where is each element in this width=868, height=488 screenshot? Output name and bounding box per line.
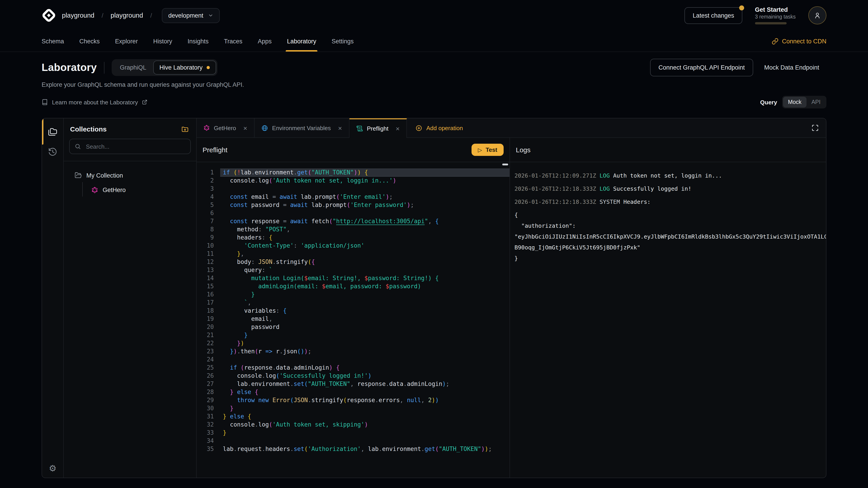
code-line[interactable]: 25 if (response.data.adminLogin) { [197,364,509,372]
code-line[interactable]: 32 console.log('Auth token set, skipping… [197,421,509,429]
code-line-content: lab.environment.set("AUTH_TOKEN", respon… [220,380,509,388]
code-line[interactable]: 17 `, [197,299,509,307]
mock-option[interactable]: Mock [783,97,807,107]
learn-more-link[interactable]: Learn more about the Laboratory [41,99,147,105]
connect-cdn-link[interactable]: Connect to CDN [772,31,827,52]
close-icon[interactable]: × [243,125,247,131]
history-rail-button[interactable] [45,144,60,159]
line-number: 12 [197,258,220,266]
code-line-content: if (!lab.environment.get("AUTH_TOKEN")) … [220,168,509,177]
nav-tab[interactable]: Explorer [110,31,143,52]
line-number: 17 [197,299,220,307]
code-line[interactable]: 18 variables: { [197,307,509,315]
settings-rail-button[interactable]: ⚙ [46,464,59,473]
code-line[interactable]: 16 } [197,291,509,299]
code-line[interactable]: 8 method: "POST", [197,225,509,234]
add-operation-label: Add operation [426,125,463,131]
code-line[interactable]: 11 }, [197,250,509,258]
top-header: playground / playground / development La… [0,0,868,31]
nav-tab[interactable]: Settings [326,31,359,52]
logs-title: Logs [516,146,530,154]
code-line[interactable]: 10 'Content-Type': 'application/json' [197,242,509,250]
fullscreen-button[interactable] [804,119,826,137]
hive-logo-icon[interactable] [41,8,56,23]
hive-laboratory-toggle-label: Hive Laboratory [159,64,203,71]
line-number: 34 [197,437,220,445]
code-line[interactable]: 30 } [197,404,509,413]
nav-tab[interactable]: Checks [74,31,105,52]
code-line[interactable]: 13 query: ` [197,266,509,274]
code-line[interactable]: 35 lab.request.headers.set('Authorizatio… [197,445,509,453]
scrollbar-thumb[interactable] [502,164,508,165]
globe-icon [261,125,268,131]
tab-preflight[interactable]: Preflight × [349,119,407,138]
nav-tab[interactable]: Schema [36,31,69,52]
code-line[interactable]: 7 const response = await fetch("http://l… [197,217,509,225]
new-collection-button[interactable] [181,125,188,133]
graphiql-toggle[interactable]: GraphiQL [113,61,153,74]
code-line[interactable]: 20 password [197,323,509,331]
page-subtitle: Explore your GraphQL schema and run quer… [41,81,827,88]
search-box[interactable] [69,139,191,154]
search-input[interactable] [85,142,185,150]
code-line[interactable]: 2 console.log('Auth token not set, loggi… [197,177,509,185]
code-line[interactable]: 12 body: JSON.stringify({ [197,258,509,266]
code-line[interactable]: 3 [197,185,509,193]
target-selector[interactable]: development [162,8,220,23]
breadcrumb-project[interactable]: playground [111,12,143,19]
gear-icon: ⚙ [49,464,57,473]
code-line[interactable]: 24 [197,356,509,364]
add-operation-button[interactable]: Add operation [407,119,471,137]
breadcrumb-org[interactable]: playground [62,12,94,19]
test-button[interactable]: ▷ Test [471,144,504,156]
log-line: "eyJhbGciOiJIUzI1NiIsInR5cCI6IkpXVCJ9.ey… [515,232,826,241]
code-line-content: const response = await fetch("http://loc… [220,217,509,225]
get-started-widget[interactable]: Get Started 3 remaining tasks [755,6,796,24]
latest-changes-button[interactable]: Latest changes [685,7,742,24]
code-line[interactable]: 31 } else { [197,413,509,421]
nav-tab[interactable]: Insights [182,31,214,52]
code-line[interactable]: 26 console.log('Successfully logged in!'… [197,372,509,380]
code-line[interactable]: 23 }).then(r => r.json()); [197,348,509,356]
nav-tab[interactable]: Laboratory [282,31,322,52]
code-line[interactable]: 6 [197,209,509,217]
code-line[interactable]: 34 [197,437,509,445]
nav-tab[interactable]: History [148,31,178,52]
close-icon[interactable]: × [396,125,400,132]
collections-rail-button[interactable] [45,124,60,139]
nav-tab[interactable]: Apps [252,31,277,52]
api-option[interactable]: API [807,97,826,107]
hive-laboratory-toggle[interactable]: Hive Laboratory [153,61,216,74]
tab-gethero[interactable]: GetHero × [197,119,254,137]
learn-more-label: Learn more about the Laboratory [52,99,138,105]
code-line-content: } [220,429,509,437]
code-line[interactable]: 28 } else { [197,388,509,396]
close-icon[interactable]: × [338,125,342,131]
code-line[interactable]: 27 lab.environment.set("AUTH_TOKEN", res… [197,380,509,388]
collection-folder-my-collection[interactable]: My Collection [68,168,192,182]
code-line[interactable]: 33 } [197,429,509,437]
code-line-content: } [220,331,509,339]
collection-operation-gethero[interactable]: GetHero [87,183,192,197]
tab-environment-variables[interactable]: Environment Variables × [254,119,349,137]
code-line[interactable]: 4 const email = await lab.prompt('Enter … [197,193,509,201]
mock-endpoint-button[interactable]: Mock Data Endpoint [757,59,827,76]
user-avatar[interactable] [808,6,827,24]
nav-tab[interactable]: Traces [219,31,248,52]
code-line[interactable]: 21 } [197,331,509,339]
code-line[interactable]: 29 throw new Error(JSON.stringify(respon… [197,396,509,404]
code-line[interactable]: 5 const password = await lab.prompt('Ent… [197,201,509,209]
code-line[interactable]: 14 mutation Login($email: String!, $pass… [197,274,509,283]
code-editor[interactable]: 1 if (!lab.environment.get("AUTH_TOKEN")… [197,162,509,478]
nav-tab-label: Laboratory [287,38,316,44]
code-line[interactable]: 9 headers: { [197,234,509,242]
collection-children: GetHero [82,182,192,197]
code-line[interactable]: 22 }) [197,339,509,348]
log-line: 2026-01-26T12:12:18.333Z SYSTEM Headers: [515,197,826,206]
connect-endpoint-button[interactable]: Connect GraphQL API Endpoint [650,59,753,76]
code-line[interactable]: 15 adminLogin(email: $email, password: $… [197,283,509,291]
endpoint-mode-toggle: Mock API [782,96,827,108]
code-line[interactable]: 19 email, [197,315,509,323]
line-number: 25 [197,364,220,372]
code-line[interactable]: 1 if (!lab.environment.get("AUTH_TOKEN")… [197,168,509,177]
